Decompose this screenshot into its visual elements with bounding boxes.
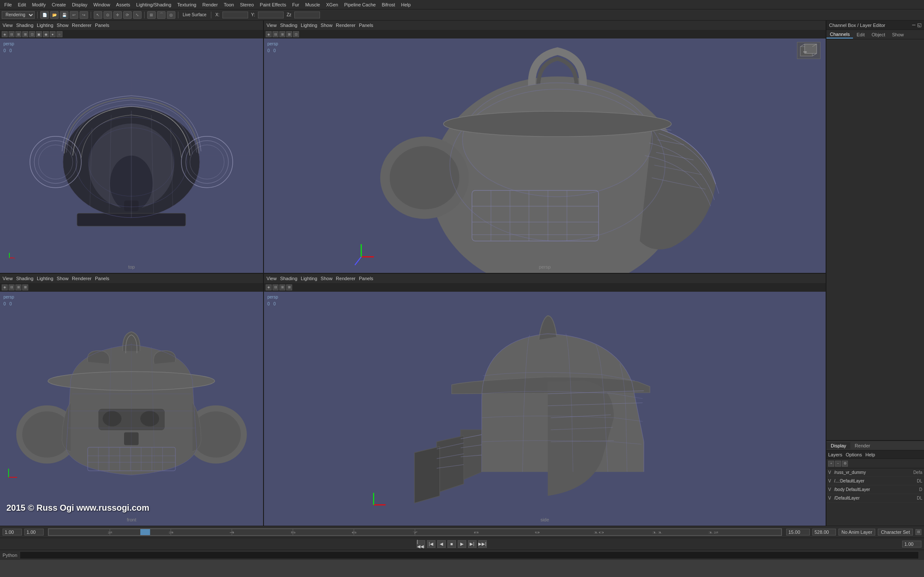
layer-options-btn[interactable]: ⚙: [842, 461, 848, 467]
vp-side-renderer[interactable]: Renderer: [336, 276, 355, 281]
vp-top-show[interactable]: Show: [57, 23, 69, 28]
vp-top-btn5[interactable]: ⊡: [29, 31, 35, 37]
total-frames-field[interactable]: 528.00: [812, 529, 836, 536]
vp-side-panels[interactable]: Panels: [359, 276, 373, 281]
vp-persp-lighting[interactable]: Lighting: [301, 23, 317, 28]
vp-front-show[interactable]: Show: [57, 276, 69, 281]
vp-front-shading[interactable]: Shading: [16, 276, 33, 281]
tab-channels[interactable]: Channels: [826, 31, 853, 38]
python-input[interactable]: [20, 551, 919, 559]
snap-point-btn[interactable]: ◎: [167, 11, 175, 19]
vp-front-btn1[interactable]: ◈: [2, 284, 8, 290]
menu-edit[interactable]: Edit: [15, 1, 29, 8]
snap-grid-btn[interactable]: ⊞: [147, 11, 156, 19]
z-value[interactable]: [294, 12, 320, 18]
channel-box-minimize[interactable]: ─: [912, 22, 915, 28]
layer-row-2[interactable]: V /body DefaultLayer D: [826, 485, 924, 494]
vp-persp-panels[interactable]: Panels: [359, 23, 373, 28]
layer-row-0[interactable]: V /russ_vr_dummy Defa: [826, 468, 924, 477]
vp-persp-btn1[interactable]: ◈: [266, 31, 272, 37]
menu-pipeline-cache[interactable]: Pipeline Cache: [341, 1, 378, 8]
vp-top-shading[interactable]: Shading: [16, 23, 33, 28]
menu-fur[interactable]: Fur: [290, 1, 302, 8]
layer-tab-render[interactable]: Render: [850, 442, 874, 449]
vp-side-btn2[interactable]: ⊟: [272, 284, 278, 290]
channel-box-float[interactable]: ◱: [917, 22, 921, 28]
layer-tab-display[interactable]: Display: [826, 442, 850, 449]
frame-start-field[interactable]: 1.00: [3, 529, 22, 536]
save-file-btn[interactable]: 💾: [60, 11, 68, 19]
vp-side-btn4[interactable]: ⊠: [286, 284, 292, 290]
layer-delete-btn[interactable]: −: [835, 461, 841, 467]
vp-top-btn6[interactable]: ▣: [36, 31, 42, 37]
menu-window[interactable]: Window: [91, 1, 113, 8]
vp-top-btn2[interactable]: ⊟: [9, 31, 15, 37]
tab-edit[interactable]: Edit: [853, 31, 868, 38]
layer-menu-help[interactable]: Help: [865, 452, 875, 457]
vp-persp-show[interactable]: Show: [321, 23, 333, 28]
vp-top-btn4[interactable]: ⊠: [22, 31, 28, 37]
vp-side-show[interactable]: Show: [321, 276, 333, 281]
play-forward-btn[interactable]: ▶: [458, 540, 466, 548]
vp-front-btn4[interactable]: ⊠: [22, 284, 28, 290]
time-slider[interactable]: 2 3 4 5 6 7 8 9 10 11 12: [48, 528, 782, 536]
viewport-side[interactable]: View Shading Lighting Show Renderer Pane…: [264, 274, 826, 526]
vp-front-lighting[interactable]: Lighting: [37, 276, 53, 281]
lasso-btn[interactable]: ⊙: [104, 11, 112, 19]
vp-top-lighting[interactable]: Lighting: [37, 23, 53, 28]
y-value[interactable]: [258, 12, 284, 18]
menu-bifrost[interactable]: Bifrost: [379, 1, 397, 8]
tab-object[interactable]: Object: [868, 31, 888, 38]
undo-btn[interactable]: ↩: [70, 11, 78, 19]
vp-persp-btn4[interactable]: ⊠: [286, 31, 292, 37]
layer-new-btn[interactable]: +: [828, 461, 834, 467]
snap-curve-btn[interactable]: ⌒: [157, 11, 166, 19]
rotate-btn[interactable]: ⟳: [123, 11, 132, 19]
vp-side-lighting[interactable]: Lighting: [301, 276, 317, 281]
vp-persp-btn3[interactable]: ⊞: [279, 31, 285, 37]
vp-top-btn8[interactable]: ●: [50, 31, 56, 37]
current-frame-field[interactable]: 15.00: [786, 529, 810, 536]
stop-btn[interactable]: ■: [447, 540, 456, 548]
menu-file[interactable]: File: [2, 1, 15, 8]
go-start-btn[interactable]: |◀◀: [417, 540, 425, 548]
x-value[interactable]: [222, 12, 248, 18]
mode-dropdown[interactable]: Rendering: [2, 11, 35, 19]
vp-persp-shading[interactable]: Shading: [280, 23, 297, 28]
menu-toon[interactable]: Toon: [221, 1, 237, 8]
playback-end-frame[interactable]: 1.00: [902, 541, 921, 547]
menu-paint-effects[interactable]: Paint Effects: [257, 1, 289, 8]
select-btn[interactable]: ↖: [94, 11, 102, 19]
menu-display[interactable]: Display: [69, 1, 90, 8]
redo-btn[interactable]: ↪: [80, 11, 88, 19]
viewport-front-content[interactable]: [0, 292, 263, 526]
menu-modify[interactable]: Modify: [30, 1, 48, 8]
tab-show[interactable]: Show: [888, 31, 907, 38]
menu-render[interactable]: Render: [200, 1, 220, 8]
menu-help[interactable]: Help: [399, 1, 414, 8]
go-end-btn[interactable]: ▶▶|: [478, 540, 487, 548]
anim-layer-dropdown[interactable]: No Anim Layer: [838, 529, 875, 536]
vp-front-btn2[interactable]: ⊟: [9, 284, 15, 290]
menu-xgen[interactable]: XGen: [323, 1, 341, 8]
layer-menu-layers[interactable]: Layers: [828, 452, 842, 457]
viewport-front[interactable]: View Shading Lighting Show Renderer Pane…: [0, 274, 263, 526]
char-set-btn[interactable]: ⊟: [915, 529, 921, 535]
vp-persp-btn2[interactable]: ⊟: [272, 31, 278, 37]
vp-front-btn3[interactable]: ⊞: [15, 284, 21, 290]
play-back-btn[interactable]: ◀: [437, 540, 446, 548]
viewport-top[interactable]: View Shading Lighting Show Renderer Pane…: [0, 21, 263, 273]
viewport-top-content[interactable]: [0, 38, 263, 273]
view-cube[interactable]: top: [797, 42, 820, 59]
vp-front-panels[interactable]: Panels: [95, 276, 110, 281]
vp-persp-btn5[interactable]: ⊡: [293, 31, 299, 37]
menu-assets[interactable]: Assets: [113, 1, 133, 8]
menu-muscle[interactable]: Muscle: [302, 1, 323, 8]
layer-menu-options[interactable]: Options: [846, 452, 862, 457]
viewport-persp-content[interactable]: [264, 38, 826, 273]
vp-side-view[interactable]: View: [267, 276, 277, 281]
vp-front-view[interactable]: View: [3, 276, 13, 281]
move-btn[interactable]: ✛: [113, 11, 122, 19]
viewport-side-content[interactable]: [264, 292, 826, 526]
viewport-persp[interactable]: View Shading Lighting Show Renderer Pane…: [264, 21, 826, 273]
